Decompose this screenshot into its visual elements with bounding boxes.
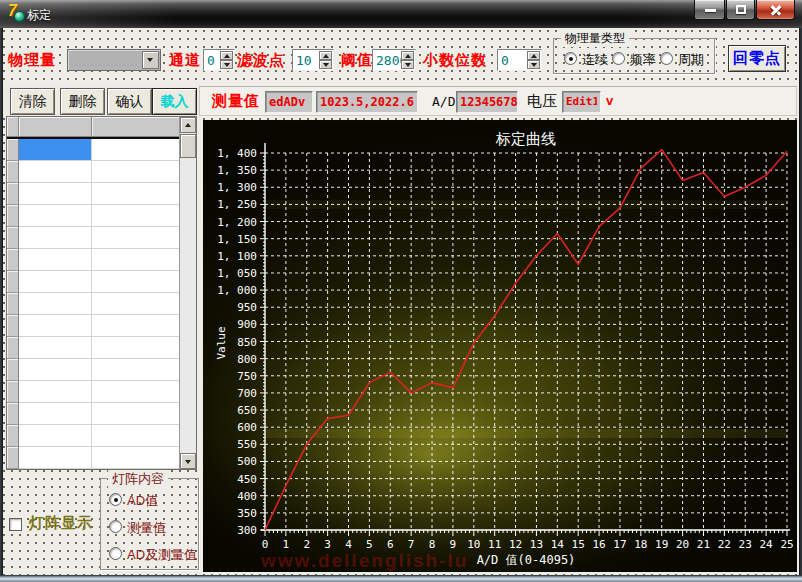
- grid-cell[interactable]: [19, 447, 92, 469]
- spin-down-button[interactable]: [319, 60, 332, 69]
- grid-cell[interactable]: [92, 227, 181, 249]
- grid-cell[interactable]: [92, 293, 181, 315]
- radio-period-label[interactable]: 周期: [678, 51, 704, 69]
- row-header-cell[interactable]: [7, 359, 19, 381]
- grid-cell[interactable]: [19, 183, 92, 205]
- return-to-zero-button[interactable]: 回零点: [728, 45, 786, 72]
- table-scrollbar[interactable]: [179, 117, 196, 469]
- radio-ad-and-measured[interactable]: [109, 547, 122, 560]
- confirm-button[interactable]: 确认: [107, 88, 152, 115]
- corner-header-cell[interactable]: [7, 117, 19, 137]
- grid-cell[interactable]: [19, 271, 92, 293]
- spin-down-button[interactable]: [220, 60, 233, 69]
- row-header-cell[interactable]: [7, 205, 19, 227]
- grid-cell[interactable]: [19, 205, 92, 227]
- channel-spinedit[interactable]: 0: [203, 49, 235, 71]
- grid-cell[interactable]: [92, 205, 181, 227]
- grid-cell[interactable]: [92, 183, 181, 205]
- radio-period[interactable]: [660, 52, 673, 65]
- row-header-cell[interactable]: [7, 139, 19, 161]
- filter-points-spinedit[interactable]: 10: [292, 49, 334, 71]
- grid-cell[interactable]: [92, 447, 181, 469]
- row-header-cell[interactable]: [7, 337, 19, 359]
- table-row[interactable]: [7, 139, 181, 161]
- table-row[interactable]: [7, 161, 181, 183]
- table-row[interactable]: [7, 205, 181, 227]
- grid-cell[interactable]: [19, 403, 92, 425]
- minimize-button[interactable]: [694, 0, 725, 20]
- row-header-cell[interactable]: [7, 403, 19, 425]
- grid-cell[interactable]: [19, 359, 92, 381]
- lamp-display-checkbox[interactable]: [9, 518, 22, 531]
- table-row[interactable]: [7, 359, 181, 381]
- row-header-cell[interactable]: [7, 315, 19, 337]
- delete-button[interactable]: 删除: [60, 88, 105, 115]
- grid-cell[interactable]: [92, 403, 181, 425]
- spin-up-button[interactable]: [527, 51, 540, 60]
- grid-cell[interactable]: [19, 249, 92, 271]
- row-header-cell[interactable]: [7, 183, 19, 205]
- grid-cell[interactable]: [19, 337, 92, 359]
- grid-cell[interactable]: [19, 381, 92, 403]
- lamp-display-label[interactable]: 灯阵显示: [29, 514, 93, 533]
- grid-cell[interactable]: [92, 139, 181, 161]
- row-header-cell[interactable]: [7, 425, 19, 447]
- close-button[interactable]: [756, 0, 795, 20]
- radio-continuous-label[interactable]: 连续: [582, 51, 608, 69]
- spin-up-button[interactable]: [220, 51, 233, 60]
- measured-edit-2[interactable]: 1023.5,2022.6: [316, 91, 418, 113]
- grid-cell[interactable]: [92, 425, 181, 447]
- scroll-up-button[interactable]: [180, 117, 196, 133]
- voltage-edit[interactable]: Edit1: [562, 91, 601, 113]
- table-row[interactable]: [7, 425, 181, 447]
- grid-cell[interactable]: [19, 139, 92, 161]
- radio-measured-value[interactable]: [109, 520, 122, 533]
- spin-up-button[interactable]: [401, 51, 414, 60]
- ad-value-edit[interactable]: 12345678: [456, 91, 518, 113]
- radio-frequency-label[interactable]: 频率: [630, 51, 656, 69]
- grid-cell[interactable]: [92, 249, 181, 271]
- radio-ad-value-label[interactable]: AD值: [127, 492, 158, 510]
- scroll-down-button[interactable]: [180, 453, 196, 469]
- radio-frequency[interactable]: [612, 52, 625, 65]
- grid-cell[interactable]: [92, 271, 181, 293]
- table-row[interactable]: [7, 403, 181, 425]
- grid-cell[interactable]: [19, 227, 92, 249]
- grid-cell[interactable]: [19, 315, 92, 337]
- combo-dropdown-button[interactable]: [142, 51, 159, 69]
- table-row[interactable]: [7, 293, 181, 315]
- spin-up-button[interactable]: [319, 51, 332, 60]
- title-bar[interactable]: 标定: [0, 0, 802, 28]
- row-header-cell[interactable]: [7, 227, 19, 249]
- threshold-spinedit[interactable]: 2800: [372, 49, 416, 71]
- maximize-button[interactable]: [726, 0, 755, 20]
- grid-cell[interactable]: [19, 161, 92, 183]
- table-row[interactable]: [7, 271, 181, 293]
- spin-down-button[interactable]: [527, 60, 540, 69]
- table-row[interactable]: [7, 381, 181, 403]
- row-header-cell[interactable]: [7, 161, 19, 183]
- grid-cell[interactable]: [19, 293, 92, 315]
- row-header-cell[interactable]: [7, 293, 19, 315]
- scrollbar-thumb[interactable]: [180, 134, 196, 158]
- table-row[interactable]: [7, 183, 181, 205]
- row-header-cell[interactable]: [7, 271, 19, 293]
- phys-quantity-combobox[interactable]: [67, 49, 161, 71]
- radio-ad-value[interactable]: [109, 493, 122, 506]
- clear-button[interactable]: 清除: [10, 88, 55, 115]
- table-row[interactable]: [7, 315, 181, 337]
- column-header-2[interactable]: [92, 117, 181, 137]
- decimals-spinedit[interactable]: 0: [497, 49, 542, 71]
- table-row[interactable]: [7, 249, 181, 271]
- table-row[interactable]: [7, 447, 181, 469]
- row-header-cell[interactable]: [7, 249, 19, 271]
- row-header-cell[interactable]: [7, 447, 19, 469]
- load-button[interactable]: 载入: [152, 88, 197, 115]
- table-row[interactable]: [7, 227, 181, 249]
- grid-cell[interactable]: [92, 161, 181, 183]
- radio-measured-value-label[interactable]: 测量值: [127, 519, 166, 537]
- grid-cell[interactable]: [92, 359, 181, 381]
- grid-cell[interactable]: [92, 381, 181, 403]
- table-row[interactable]: [7, 337, 181, 359]
- spin-down-button[interactable]: [401, 60, 414, 69]
